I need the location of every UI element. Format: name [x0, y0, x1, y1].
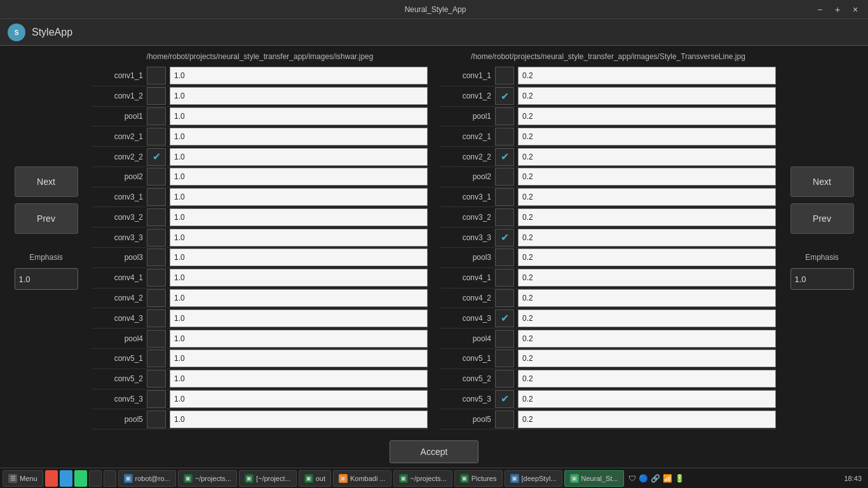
right-emphasis-input[interactable]: [790, 268, 854, 290]
right-layer-value[interactable]: 0.2: [518, 87, 776, 105]
left-layer-checkbox[interactable]: [147, 208, 166, 226]
right-layer-checkbox[interactable]: [495, 128, 514, 146]
right-layer-value[interactable]: 0.2: [518, 289, 776, 307]
left-layer-checkbox[interactable]: [147, 107, 166, 125]
right-layer-value[interactable]: 0.2: [518, 410, 776, 428]
right-layer-value[interactable]: 0.2: [518, 309, 776, 327]
taskbar-project2[interactable]: ▣ [~/project...: [239, 470, 297, 487]
left-layer-value[interactable]: 1.0: [170, 248, 428, 266]
left-layer-checkbox[interactable]: [147, 229, 166, 247]
left-layer-value[interactable]: 1.0: [170, 370, 428, 388]
taskbar-robot-terminal[interactable]: ▣ robot@ro...: [118, 470, 176, 487]
right-layer-checkbox[interactable]: [495, 410, 514, 428]
right-layer-checkbox[interactable]: [495, 188, 514, 206]
taskbar-pictures[interactable]: ▣ Pictures: [454, 470, 503, 487]
right-layer-value[interactable]: 0.2: [518, 148, 776, 166]
taskbar-kombadi[interactable]: ▣ Kombadi ...: [333, 470, 391, 487]
right-layer-value[interactable]: 0.2: [518, 269, 776, 287]
maximize-button[interactable]: +: [831, 4, 844, 15]
left-layer-checkbox[interactable]: [147, 410, 166, 428]
left-layer-row: conv1_2 1.0: [92, 86, 428, 107]
left-layer-checkbox[interactable]: [147, 248, 166, 266]
left-layer-checkbox[interactable]: [147, 269, 166, 287]
taskbar-out[interactable]: ▣ out: [299, 470, 331, 487]
taskbar-projects1[interactable]: ▣ ~/projects...: [178, 470, 237, 487]
left-layer-value[interactable]: 1.0: [170, 208, 428, 226]
right-next-button[interactable]: Next: [790, 166, 854, 197]
left-layer-value[interactable]: 1.0: [170, 67, 428, 85]
left-layer-checkbox[interactable]: [147, 390, 166, 408]
left-layer-value[interactable]: 1.0: [170, 269, 428, 287]
right-layer-checkbox[interactable]: ✔: [495, 229, 514, 247]
right-layer-value[interactable]: 0.2: [518, 188, 776, 206]
right-layer-checkbox[interactable]: [495, 67, 514, 85]
left-layer-value[interactable]: 1.0: [170, 107, 428, 125]
right-layer-value[interactable]: 0.2: [518, 229, 776, 247]
left-layer-checkbox[interactable]: [147, 309, 166, 327]
left-layer-value[interactable]: 1.0: [170, 168, 428, 186]
left-layer-value[interactable]: 1.0: [170, 188, 428, 206]
right-layer-value[interactable]: 0.2: [518, 390, 776, 408]
left-layer-value[interactable]: 1.0: [170, 148, 428, 166]
close-button[interactable]: ×: [849, 4, 862, 15]
right-layer-value[interactable]: 0.2: [518, 128, 776, 146]
taskbar-neural[interactable]: ▣ Neural_St...: [564, 470, 624, 487]
right-layer-checkbox[interactable]: [495, 330, 514, 348]
left-layer-name: conv5_2: [92, 374, 143, 383]
taskbar-menu[interactable]: ☰ Menu: [3, 470, 43, 487]
left-layer-name: pool1: [92, 112, 143, 121]
left-layer-checkbox[interactable]: [147, 330, 166, 348]
left-layer-value[interactable]: 1.0: [170, 87, 428, 105]
left-layer-value[interactable]: 1.0: [170, 410, 428, 428]
left-layer-checkbox[interactable]: [147, 128, 166, 146]
accept-button[interactable]: Accept: [390, 440, 478, 463]
right-layer-value[interactable]: 0.2: [518, 370, 776, 388]
left-layer-checkbox[interactable]: [147, 370, 166, 388]
right-layer-checkbox[interactable]: [495, 208, 514, 226]
taskbar-browser[interactable]: [60, 470, 72, 487]
right-layer-checkbox[interactable]: [495, 349, 514, 367]
left-layer-value[interactable]: 1.0: [170, 128, 428, 146]
right-layer-checkbox[interactable]: ✔: [495, 309, 514, 327]
taskbar-projects3[interactable]: ▣ ~/projects...: [393, 470, 452, 487]
right-layer-checkbox[interactable]: [495, 248, 514, 266]
left-layer-checkbox[interactable]: [147, 289, 166, 307]
left-next-button[interactable]: Next: [15, 166, 78, 197]
left-layer-value[interactable]: 1.0: [170, 349, 428, 367]
right-layer-value[interactable]: 0.2: [518, 208, 776, 226]
right-layer-checkbox[interactable]: ✔: [495, 390, 514, 408]
right-layer-value[interactable]: 0.2: [518, 248, 776, 266]
left-layer-checkbox[interactable]: [147, 188, 166, 206]
right-layer-checkbox[interactable]: ✔: [495, 148, 514, 166]
left-emphasis-input[interactable]: [15, 268, 78, 290]
taskbar-files[interactable]: [45, 470, 58, 487]
right-layer-value[interactable]: 0.2: [518, 107, 776, 125]
minimize-button[interactable]: −: [813, 4, 826, 15]
right-layer-checkbox[interactable]: [495, 269, 514, 287]
left-layer-value[interactable]: 1.0: [170, 289, 428, 307]
right-layer-value[interactable]: 0.2: [518, 330, 776, 348]
left-prev-button[interactable]: Prev: [15, 203, 78, 234]
left-layer-checkbox[interactable]: [147, 168, 166, 186]
right-layer-checkbox[interactable]: [495, 289, 514, 307]
right-layer-checkbox[interactable]: [495, 370, 514, 388]
taskbar-terminal[interactable]: [74, 470, 87, 487]
right-layer-checkbox[interactable]: [495, 107, 514, 125]
right-layer-value[interactable]: 0.2: [518, 349, 776, 367]
left-layer-checkbox[interactable]: [147, 67, 166, 85]
right-layer-value[interactable]: 0.2: [518, 67, 776, 85]
left-layer-value[interactable]: 1.0: [170, 229, 428, 247]
left-layer-value[interactable]: 1.0: [170, 390, 428, 408]
right-layer-checkbox[interactable]: ✔: [495, 87, 514, 105]
taskbar-deepstyle[interactable]: ▣ [deepStyl...: [505, 470, 562, 487]
right-layer-checkbox[interactable]: [495, 168, 514, 186]
taskbar-item2[interactable]: [104, 470, 116, 487]
left-layer-value[interactable]: 1.0: [170, 309, 428, 327]
left-layer-checkbox[interactable]: [147, 87, 166, 105]
left-layer-checkbox[interactable]: ✔: [147, 148, 166, 166]
taskbar-item1[interactable]: [89, 470, 102, 487]
right-layer-value[interactable]: 0.2: [518, 168, 776, 186]
right-prev-button[interactable]: Prev: [790, 203, 854, 234]
left-layer-value[interactable]: 1.0: [170, 330, 428, 348]
left-layer-checkbox[interactable]: [147, 349, 166, 367]
